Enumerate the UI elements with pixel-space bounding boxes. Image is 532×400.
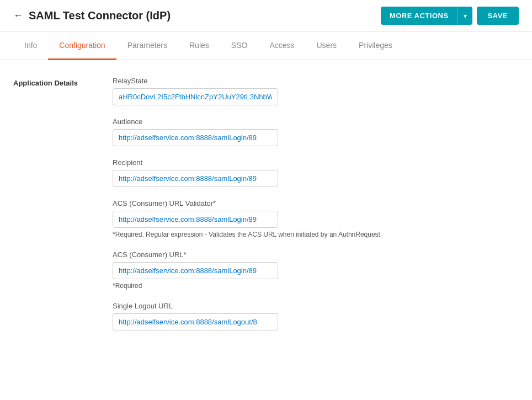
main-content: Application Details RelayState Audience … [0,60,532,359]
tab-access[interactable]: Access [258,32,305,60]
save-button[interactable]: SAVE [477,7,519,25]
single-logout-url-input[interactable] [113,313,278,330]
acs-validator-input[interactable] [113,211,278,228]
tab-parameters[interactable]: Parameters [116,32,178,60]
single-logout-url-group: Single Logout URL [113,302,455,330]
audience-group: Audience [113,118,455,146]
acs-url-label: ACS (Consumer) URL* [113,250,455,259]
relay-state-group: RelayState [113,77,455,105]
more-actions-dropdown-button[interactable]: ▾ [457,7,472,25]
relay-state-label: RelayState [113,77,455,85]
tab-users[interactable]: Users [306,32,348,60]
page-title: SAML Test Connector (IdP) [29,9,171,22]
recipient-label: Recipient [113,158,455,167]
tab-sso[interactable]: SSO [220,32,259,60]
audience-label: Audience [113,118,455,126]
tab-info[interactable]: Info [13,32,48,60]
tab-configuration[interactable]: Configuration [48,32,116,60]
tab-privileges[interactable]: Privileges [348,32,403,60]
tab-rules[interactable]: Rules [178,32,220,60]
header-actions: MORE ACTIONS ▾ SAVE [381,7,519,25]
acs-validator-label: ACS (Consumer) URL Validator* [113,199,455,207]
acs-validator-group: ACS (Consumer) URL Validator* *Required.… [113,199,455,238]
section-label: Application Details [13,77,113,343]
form-section: RelayState Audience Recipient ACS (Consu… [113,77,455,343]
single-logout-url-label: Single Logout URL [113,302,455,310]
acs-url-input[interactable] [113,262,278,279]
header: ← SAML Test Connector (IdP) MORE ACTIONS… [0,0,532,32]
back-arrow-icon[interactable]: ← [13,10,23,22]
recipient-group: Recipient [113,158,455,187]
acs-url-group: ACS (Consumer) URL* *Required [113,250,455,290]
header-left: ← SAML Test Connector (IdP) [13,9,171,22]
acs-validator-hint: *Required. Regular expression - Validate… [113,231,455,238]
recipient-input[interactable] [113,170,278,187]
tabs-nav: Info Configuration Parameters Rules SSO … [0,32,532,60]
audience-input[interactable] [113,129,278,146]
relay-state-input[interactable] [113,88,278,105]
more-actions-button[interactable]: MORE ACTIONS [381,7,457,25]
acs-url-required: *Required [113,282,455,290]
